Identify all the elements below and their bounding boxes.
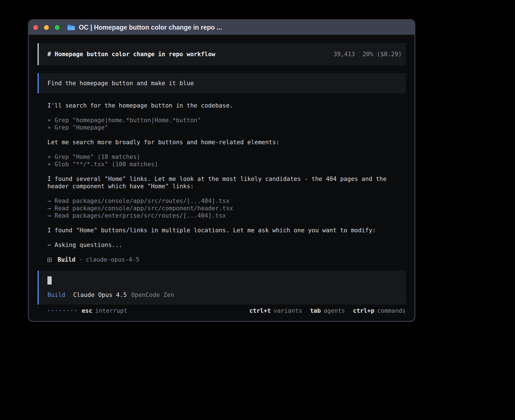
esc-hint: esc interrupt [82, 307, 127, 314]
session-stats: 39,413 20% ($0.29) [333, 51, 402, 58]
ctrl-t-key: ctrl+t [249, 307, 271, 314]
build-agent-icon [47, 258, 52, 262]
tool-call-line: ∗ Grep "Home" (18 matches) [47, 153, 406, 161]
terminal-window: OC | Homepage button color change in rep… [28, 19, 415, 322]
agents-label: agents [324, 307, 345, 314]
tool-call-line: → Read packages/console/app/src/componen… [47, 205, 406, 212]
ctrl-p-key: ctrl+p [353, 307, 374, 314]
status-bar-right: ctrl+t variants tab agents ctrl+p comman… [249, 307, 406, 314]
model-name: claude-opus-4-5 [86, 256, 139, 263]
tab-key: tab [310, 307, 321, 314]
input-meta-row: Build Claude Opus 4.5 OpenCode Zen [47, 292, 397, 298]
agents-hint: tab agents [310, 307, 345, 314]
tool-call-line: → Read packages/console/app/src/routes/[… [47, 197, 406, 205]
session-header: # Homepage button color change in repo w… [38, 43, 406, 65]
session-title: # Homepage button color change in repo w… [47, 51, 215, 58]
status-separator: · [79, 256, 82, 263]
status-bar-left: ········ esc interrupt [47, 307, 127, 314]
window-titlebar[interactable]: OC | Homepage button color change in rep… [29, 20, 414, 35]
assistant-text-line: I found "Home" buttons/links in multiple… [47, 227, 406, 234]
assistant-text-block: I'll search for the homepage button in t… [47, 102, 406, 109]
assistant-text-line: I found several "Home" links. Let me loo… [47, 175, 406, 190]
status-bar: ········ esc interrupt ctrl+t variants t… [38, 307, 406, 321]
tool-call-line: → Read packages/enterprise/src/routes/[.… [47, 212, 406, 219]
agent-name: Build [58, 256, 75, 263]
tool-call-block: → Read packages/console/app/src/routes/[… [47, 197, 406, 219]
input-provider-label: OpenCode Zen [131, 292, 174, 298]
assistant-response: I'll search for the homepage button in t… [38, 102, 406, 271]
terminal-content: # Homepage button color change in repo w… [29, 35, 414, 321]
assistant-text-line: ~ Asking questions... [47, 241, 406, 249]
esc-key: esc [82, 307, 92, 314]
folder-icon [67, 24, 75, 31]
minimize-button[interactable] [44, 25, 49, 30]
input-agent-label[interactable]: Build [47, 292, 65, 298]
assistant-text-block: Let me search more broadly for buttons a… [47, 139, 406, 146]
input-model-label[interactable]: Claude Opus 4.5 [73, 292, 127, 298]
user-message-text: Find the homepage button and make it blu… [47, 80, 194, 87]
user-message: Find the homepage button and make it blu… [38, 73, 406, 93]
assistant-text-block: ~ Asking questions... [47, 241, 406, 249]
spinner-dots: ········ [47, 307, 78, 314]
prompt-input[interactable]: Build Claude Opus 4.5 OpenCode Zen [38, 271, 406, 305]
window-title-area: OC | Homepage button color change in rep… [67, 24, 222, 31]
esc-label: interrupt [95, 307, 127, 314]
tool-call-block: ∗ Grep "Home" (18 matches) ∗ Glob "**/*.… [47, 153, 406, 168]
commands-hint: ctrl+p commands [353, 307, 406, 314]
assistant-text-block: I found "Home" buttons/links in multiple… [47, 227, 406, 234]
zoom-button[interactable] [55, 25, 60, 30]
tool-call-block: ∗ Grep "homepage|home.*button|Home.*butt… [47, 117, 406, 131]
window-title: OC | Homepage button color change in rep… [79, 24, 222, 31]
variants-label: variants [274, 307, 302, 314]
token-count: 39,413 [333, 51, 355, 58]
agent-status-line: Build · claude-opus-4-5 [47, 256, 406, 263]
text-cursor [47, 276, 52, 285]
traffic-lights [33, 25, 60, 30]
assistant-text-block: I found several "Home" links. Let me loo… [47, 175, 406, 190]
assistant-text-line: I'll search for the homepage button in t… [47, 102, 406, 109]
tool-call-line: ∗ Grep "Homepage" [47, 124, 406, 131]
tool-call-line: ∗ Glob "**/*.tsx" (100 matches) [47, 161, 406, 168]
tool-call-line: ∗ Grep "homepage|home.*button|Home.*butt… [47, 117, 406, 124]
assistant-text-line: Let me search more broadly for buttons a… [47, 139, 406, 146]
context-usage: 20% ($0.29) [363, 51, 402, 58]
commands-label: commands [377, 307, 406, 314]
variants-hint: ctrl+t variants [249, 307, 302, 314]
close-button[interactable] [33, 25, 38, 30]
